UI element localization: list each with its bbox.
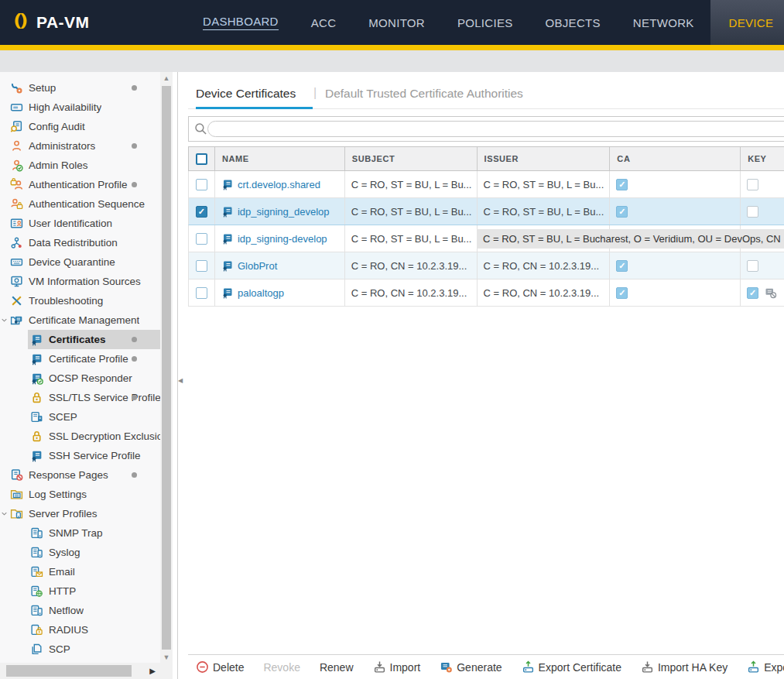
nav-tab-device[interactable]: DEVICE <box>710 0 784 45</box>
ca-checkbox[interactable]: ✓ <box>616 287 628 299</box>
sidebar-item-admin-roles[interactable]: Admin Roles <box>0 156 160 175</box>
row-checkbox[interactable] <box>196 260 207 272</box>
tab-device-certificates[interactable]: Device Certificates <box>196 87 296 101</box>
toolbar-import-ha-key-button[interactable]: Import HA Key <box>641 660 728 674</box>
scroll-up-arrow-icon[interactable]: ▲ <box>160 72 173 84</box>
ca-checkbox[interactable]: ✓ <box>616 206 628 218</box>
sidebar-item-syslog[interactable]: Syslog <box>0 543 160 562</box>
sidebar-vertical-scrollbar[interactable]: ▲ ▼ <box>160 72 173 679</box>
certificate-icon <box>221 205 234 218</box>
row-checkbox[interactable]: ✓ <box>196 206 207 218</box>
sidebar-collapse-handle[interactable]: ◀ <box>178 374 185 388</box>
toolbar-delete-button[interactable]: Delete <box>196 660 244 674</box>
tab-default-trusted-cas[interactable]: Default Trusted Certificate Authorities <box>325 87 523 101</box>
row-checkbox[interactable] <box>196 179 207 190</box>
toolbar-renew-button[interactable]: Renew <box>320 661 354 674</box>
sidebar-item-ssl-tls-service-profile[interactable]: SSL/TLS Service Profile <box>0 388 160 407</box>
sidebar-item-certificate-management[interactable]: Certificate Management <box>0 310 160 330</box>
nav-tab-objects[interactable]: OBJECTS <box>529 0 617 45</box>
nav-tab-acc[interactable]: ACC <box>295 0 353 45</box>
sidebar-item-certificate-profile[interactable]: Certificate Profile <box>0 349 160 369</box>
ocsp-responder-icon <box>30 372 43 385</box>
toolbar-export-ha-key-button[interactable]: Export HA Key <box>747 660 784 674</box>
sidebar-item-certificates[interactable]: Certificates <box>28 330 160 349</box>
sidebar-item-scp[interactable]: SCP <box>0 640 160 659</box>
toolbar-generate-button[interactable]: Generate <box>440 660 502 674</box>
column-header-issuer[interactable]: ISSUER <box>478 147 611 170</box>
sidebar-item-label: User Identification <box>29 218 112 229</box>
table-row[interactable]: paloaltogpC = RO, CN = 10.2.3.19...C = R… <box>188 279 784 307</box>
sidebar-item-log-settings[interactable]: Log Settings <box>0 485 160 504</box>
toolbar-export-certificate-button[interactable]: Export Certificate <box>522 660 621 674</box>
certificate-name-link[interactable]: GlobProt <box>238 260 277 272</box>
sidebar-item-ssh-service-profile[interactable]: SSH Service Profile <box>0 446 160 465</box>
select-all-checkbox[interactable] <box>196 153 207 165</box>
column-header-key[interactable]: KEY <box>741 147 784 170</box>
toolbar-import-button[interactable]: Import <box>373 660 421 674</box>
ca-checkbox[interactable]: ✓ <box>616 179 628 190</box>
cell-subject: C = RO, ST = BU, L = Bu... <box>345 171 478 197</box>
key-checkbox[interactable] <box>747 179 758 190</box>
certificate-name-link[interactable]: paloaltogp <box>238 287 284 299</box>
sidebar-item-device-quarantine[interactable]: Device Quarantine <box>0 252 160 272</box>
column-header-name[interactable]: NAME <box>215 147 345 170</box>
key-checkbox[interactable]: ✓ <box>747 287 758 299</box>
http-icon <box>30 585 43 598</box>
user-identification-icon <box>10 217 23 230</box>
toolbar-button-label: Revoke <box>263 661 300 674</box>
nav-tab-network[interactable]: NETWORK <box>617 0 710 45</box>
sidebar-item-label: Response Pages <box>29 469 108 481</box>
sidebar-item-scep[interactable]: SCEP <box>0 407 160 427</box>
toolbar-button-label: Import <box>390 661 421 674</box>
sidebar-item-label: Email <box>49 566 75 578</box>
sidebar-item-administrators[interactable]: Administrators <box>0 136 160 156</box>
certificate-name-link[interactable]: idp_signing_develop <box>238 206 330 218</box>
toolbar-button-label: Generate <box>457 661 502 674</box>
scroll-down-arrow-icon[interactable]: ▼ <box>160 651 173 664</box>
nav-tab-dashboard[interactable]: DASHBOARD <box>187 0 295 45</box>
sidebar-horizontal-scrollbar[interactable]: ▶ <box>0 663 160 679</box>
scroll-right-arrow-icon[interactable]: ▶ <box>146 663 159 679</box>
vertical-scroll-thumb[interactable] <box>162 86 171 650</box>
sidebar-item-ssl-decryption-exclusion[interactable]: SSL Decryption Exclusion <box>0 427 160 446</box>
sidebar-item-vm-information-sources[interactable]: VM Information Sources <box>0 272 160 291</box>
server-doc-icon <box>30 546 43 559</box>
ca-checkbox[interactable]: ✓ <box>616 260 628 272</box>
sidebar-item-server-profiles[interactable]: Server Profiles <box>0 504 160 523</box>
key-checkbox[interactable] <box>747 260 758 272</box>
certificate-name-link[interactable]: idp_signing-develop <box>238 233 327 245</box>
sidebar-item-http[interactable]: HTTP <box>0 581 160 601</box>
row-checkbox[interactable] <box>196 287 207 299</box>
sidebar-item-user-identification[interactable]: User Identification <box>0 214 160 233</box>
sidebar-item-authentication-sequence[interactable]: Authentication Sequence <box>0 194 160 214</box>
sidebar-item-authentication-profile[interactable]: Authentication Profile <box>0 175 160 194</box>
row-checkbox[interactable] <box>196 233 207 245</box>
certificate-icon <box>221 178 234 190</box>
sidebar-item-response-pages[interactable]: Response Pages <box>0 465 160 485</box>
certificate-name-link[interactable]: crt.develop.shared <box>238 179 320 190</box>
column-header-subject[interactable]: SUBJECT <box>345 147 478 170</box>
setup-icon <box>10 81 23 94</box>
nav-tab-monitor[interactable]: MONITOR <box>352 0 441 45</box>
sidebar-item-snmp-trap[interactable]: SNMP Trap <box>0 523 160 543</box>
column-header-ca[interactable]: CA <box>610 147 741 170</box>
search-input[interactable] <box>216 122 776 137</box>
table-row[interactable]: crt.develop.sharedC = RO, ST = BU, L = B… <box>188 171 784 198</box>
sidebar-item-netflow[interactable]: Netflow <box>0 601 160 620</box>
sidebar-item-ocsp-responder[interactable]: OCSP Responder <box>0 369 160 388</box>
sidebar-item-data-redistribution[interactable]: Data Redistribution <box>0 233 160 252</box>
sidebar-item-config-audit[interactable]: Config Audit <box>0 117 160 136</box>
toolbar-button-label: Import HA Key <box>658 661 728 674</box>
export-icon <box>522 660 535 674</box>
nav-tab-policies[interactable]: POLICIES <box>441 0 529 45</box>
sidebar-item-high-availability[interactable]: High Availability <box>0 98 160 117</box>
horizontal-scroll-thumb[interactable] <box>6 665 132 677</box>
sidebar-item-label: Config Audit <box>29 121 85 132</box>
table-row[interactable]: ✓idp_signing_developC = RO, ST = BU, L =… <box>188 198 784 225</box>
key-checkbox[interactable] <box>747 206 758 218</box>
sidebar-item-setup[interactable]: Setup <box>0 78 160 98</box>
sidebar-item-radius[interactable]: RADIUS <box>0 620 160 640</box>
table-row[interactable]: GlobProtC = RO, CN = 10.2.3.19...C = RO,… <box>188 252 784 279</box>
sidebar-item-email[interactable]: Email <box>0 562 160 581</box>
sidebar-item-troubleshooting[interactable]: Troubleshooting <box>0 291 160 310</box>
